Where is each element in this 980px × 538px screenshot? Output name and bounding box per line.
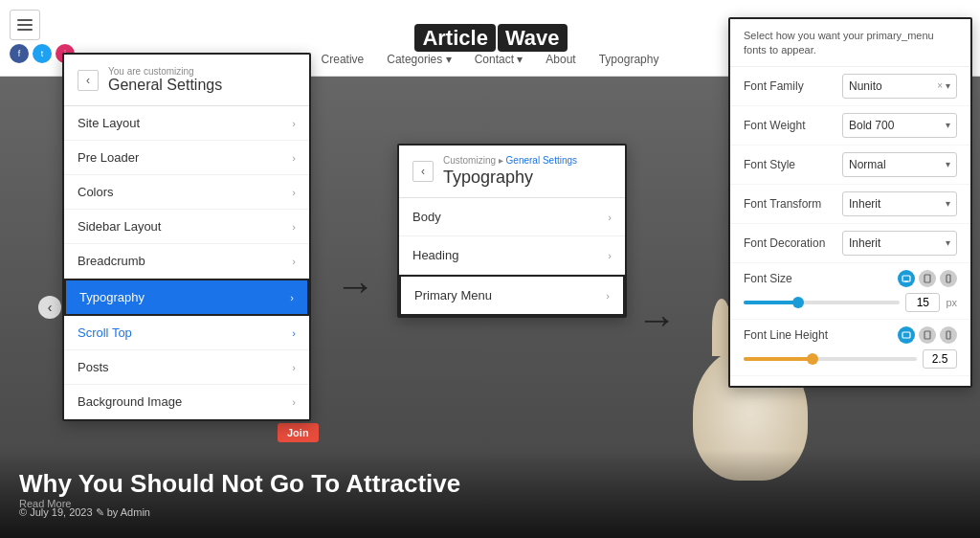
font-size-header: Font Size — [744, 270, 957, 287]
menu-bg-image-label: Background Image — [78, 394, 182, 409]
menu-site-layout-label: Site Layout — [78, 116, 140, 130]
chevron-primary: › — [606, 290, 610, 302]
back-button[interactable]: ‹ — [78, 70, 99, 91]
dropdown-arrow-icon[interactable]: ▾ — [946, 80, 950, 91]
font-decoration-row: Font Decoration Inherit ▾ — [730, 224, 970, 263]
font-decoration-select[interactable]: Inherit ▾ — [842, 231, 957, 256]
font-transform-value: Inherit — [849, 197, 880, 211]
menu-posts-label: Posts — [78, 360, 109, 374]
svg-rect-6 — [947, 331, 950, 339]
menu-pre-loader-label: Pre Loader — [78, 150, 139, 165]
select-controls: × ▾ — [937, 80, 950, 91]
nav-categories: Categories ▾ — [387, 53, 451, 66]
panel2-back-button[interactable]: ‹ — [412, 161, 434, 182]
menu-breadcrumb-label: Breadcrumb — [78, 254, 145, 268]
font-style-select[interactable]: Normal ▾ — [842, 152, 957, 177]
font-decoration-label: Font Decoration — [744, 236, 835, 250]
font-size-slider-track[interactable] — [744, 301, 900, 304]
menu-heading[interactable]: Heading › — [399, 236, 625, 275]
chevron-colors: › — [292, 187, 296, 198]
font-weight-row: Font Weight Bold 700 ▾ — [730, 106, 970, 146]
menu-breadcrumb[interactable]: Breadcrumb › — [64, 244, 309, 279]
article-title: Why You Should Not Go To Attractive — [19, 469, 961, 499]
chevron-breadcrumb: › — [292, 256, 296, 267]
panel1-header-text: You are customizing General Settings — [108, 66, 222, 94]
chevron-body: › — [608, 212, 612, 223]
read-more-link[interactable]: Read More — [19, 498, 71, 509]
font-family-select[interactable]: Nunito × ▾ — [842, 74, 957, 99]
nav-about: About — [546, 53, 575, 66]
font-size-mobile-icon[interactable] — [940, 270, 957, 287]
font-line-height-input[interactable] — [923, 349, 957, 369]
line-height-slider-thumb[interactable] — [807, 353, 818, 365]
menu-scroll-top[interactable]: Scroll Top › — [64, 316, 309, 350]
font-line-height-label: Font Line Height — [744, 328, 828, 342]
facebook-icon[interactable]: f — [10, 44, 29, 63]
font-size-tablet-icon[interactable] — [919, 270, 936, 287]
logo-badge: Wave — [498, 24, 568, 52]
font-family-value: Nunito — [849, 79, 882, 93]
panel1-title: General Settings — [108, 77, 222, 94]
panel2-title: Typography — [443, 168, 577, 188]
logo-text: Article — [414, 24, 495, 52]
nav-typography: Typography — [599, 53, 659, 66]
menu-colors[interactable]: Colors › — [64, 175, 309, 210]
font-style-label: Font Style — [744, 158, 835, 171]
font-size-slider-thumb[interactable] — [792, 297, 804, 308]
menu-background-image[interactable]: Background Image › — [64, 385, 309, 419]
font-transform-select[interactable]: Inherit ▾ — [842, 191, 957, 216]
panel2-header: ‹ Customizing ▸ General Settings Typogra… — [399, 146, 625, 198]
hamburger-menu[interactable] — [10, 10, 40, 40]
menu-primary-menu[interactable]: Primary Menu › — [399, 275, 625, 316]
font-size-slider-fill — [744, 301, 798, 304]
clear-icon[interactable]: × — [937, 80, 943, 91]
font-line-height-header: Font Line Height — [744, 326, 957, 344]
menu-body[interactable]: Body › — [399, 198, 625, 236]
menu-typography-label: Typography — [79, 290, 145, 304]
line-height-desktop-icon[interactable] — [898, 326, 915, 344]
chevron-pre-loader: › — [292, 152, 296, 164]
font-transform-row: Font Transform Inherit ▾ — [730, 185, 970, 224]
panel3-description: Select how you want your primary_menu fo… — [730, 19, 970, 67]
font-line-height-section: Font Line Height — [730, 320, 970, 376]
font-weight-label: Font Weight — [744, 119, 835, 132]
chevron-heading: › — [608, 250, 612, 261]
svg-rect-2 — [924, 275, 930, 282]
menu-pre-loader[interactable]: Pre Loader › — [64, 141, 309, 175]
nav-contact: Contact ▾ — [475, 53, 523, 66]
font-size-desktop-icon[interactable] — [898, 270, 915, 287]
menu-posts[interactable]: Posts › — [64, 350, 309, 385]
font-size-slider-row: px — [744, 293, 957, 312]
arrow-2: → — [636, 297, 677, 343]
panel1-header: ‹ You are customizing General Settings — [64, 55, 309, 106]
article-overlay: Why You Should Not Go To Attractive © Ju… — [0, 450, 980, 538]
website-nav: Creative Categories ▾ Contact ▾ About Ty… — [322, 53, 659, 66]
menu-typography[interactable]: Typography › — [64, 279, 309, 316]
join-button: Join — [278, 423, 319, 442]
font-weight-value: Bold 700 — [849, 119, 894, 132]
font-size-label: Font Size — [744, 272, 792, 285]
font-decoration-arrow-icon: ▾ — [946, 237, 950, 248]
article-meta: © July 19, 2023 ✎ by Admin — [19, 506, 961, 519]
chevron-posts: › — [292, 362, 296, 373]
line-height-mobile-icon[interactable] — [940, 326, 957, 344]
prev-slide-button[interactable]: ‹ — [38, 296, 61, 319]
font-size-icons — [898, 270, 957, 287]
typography-panel: ‹ Customizing ▸ General Settings Typogra… — [397, 144, 627, 318]
font-weight-select[interactable]: Bold 700 ▾ — [842, 113, 957, 138]
font-line-height-slider-row — [744, 349, 957, 369]
line-height-slider-track[interactable] — [744, 357, 917, 361]
website-logo: ArticleWave — [412, 26, 567, 51]
font-settings-panel: Select how you want your primary_menu fo… — [728, 17, 972, 388]
menu-sidebar-layout[interactable]: Sidebar Layout › — [64, 210, 309, 244]
menu-site-layout[interactable]: Site Layout › — [64, 106, 309, 141]
font-size-input[interactable] — [905, 293, 940, 312]
font-style-value: Normal — [849, 158, 886, 171]
hamburger-line-2 — [17, 24, 33, 26]
font-size-unit: px — [946, 297, 957, 308]
twitter-icon[interactable]: t — [33, 44, 52, 63]
svg-rect-3 — [947, 275, 950, 282]
hamburger-line-3 — [17, 29, 33, 31]
chevron-bg-image: › — [292, 396, 296, 408]
line-height-tablet-icon[interactable] — [919, 326, 936, 344]
